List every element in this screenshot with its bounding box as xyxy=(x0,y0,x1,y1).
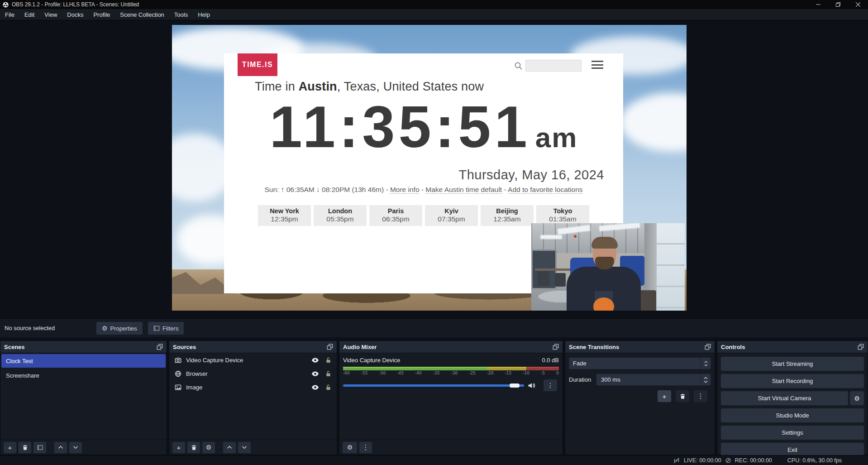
chevron-down-icon xyxy=(704,380,708,383)
mixer-channel-menu-button[interactable]: ⋮ xyxy=(544,379,557,391)
mixer-toolbar: ⚙ ⋮ xyxy=(339,440,563,455)
menu-tools[interactable]: Tools xyxy=(169,9,193,20)
start-recording-button[interactable]: Start Recording xyxy=(721,374,864,388)
popout-icon[interactable] xyxy=(327,344,333,350)
lock-open-icon[interactable] xyxy=(325,384,331,391)
trash-icon xyxy=(191,445,197,451)
studio-mode-button[interactable]: Studio Mode xyxy=(721,408,864,422)
trash-icon xyxy=(680,393,686,399)
filters-button[interactable]: Filters xyxy=(148,322,184,335)
settings-button[interactable]: Settings xyxy=(721,426,864,440)
source-properties-button[interactable]: ⚙ xyxy=(202,442,215,453)
chevron-down-icon xyxy=(242,445,247,450)
menu-edit[interactable]: Edit xyxy=(19,9,39,20)
popout-icon[interactable] xyxy=(705,344,711,350)
timeis-heading: Time in Austin, Texas, United States now xyxy=(255,80,484,94)
lock-open-icon[interactable] xyxy=(325,357,331,364)
meter-scale: -60-55-50-45-40-35-30-25-20-15-10-50 xyxy=(343,371,559,375)
start-streaming-button[interactable]: Start Streaming xyxy=(721,357,864,371)
speaker-icon[interactable] xyxy=(528,382,535,389)
menu-view[interactable]: View xyxy=(39,9,62,20)
webcam-overlay[interactable] xyxy=(531,223,685,311)
controls-title: Controls xyxy=(721,344,745,350)
move-source-down-button[interactable] xyxy=(238,442,251,453)
move-scene-up-button[interactable] xyxy=(54,442,67,453)
virtual-camera-config-button[interactable]: ⚙ xyxy=(850,391,864,405)
popout-icon[interactable] xyxy=(157,344,163,350)
menu-profile[interactable]: Profile xyxy=(88,9,115,20)
timeis-logo: TIME.IS xyxy=(238,53,277,76)
chevron-up-icon xyxy=(704,377,708,379)
meridiem: am xyxy=(535,122,578,153)
cpu-fps-stats: CPU: 0.6%, 30.00 fps xyxy=(787,457,842,464)
record-inactive-icon xyxy=(725,457,731,464)
minimize-button[interactable] xyxy=(808,0,828,9)
current-time: 11:35:51 xyxy=(270,94,531,160)
properties-button[interactable]: ⚙ Properties xyxy=(96,322,143,335)
transition-menu-button[interactable]: ⋮ xyxy=(694,390,707,402)
popout-icon[interactable] xyxy=(858,344,864,350)
close-button[interactable] xyxy=(848,0,868,9)
city-tile: Paris 06:35pm xyxy=(369,205,422,226)
timeis-search xyxy=(514,60,582,72)
menu-docks[interactable]: Docks xyxy=(62,9,88,20)
city-tile: Kyiv 07:35pm xyxy=(425,205,478,226)
menu-scene-collection[interactable]: Scene Collection xyxy=(115,9,169,20)
duration-input[interactable]: 300 ms xyxy=(596,374,711,386)
gear-icon: ⚙ xyxy=(854,395,860,402)
source-row-video-capture[interactable]: Video Capture Device xyxy=(169,353,337,367)
controls-panel: Controls Start Streaming Start Recording… xyxy=(717,340,868,455)
menu-help[interactable]: Help xyxy=(193,9,215,20)
live-timer: LIVE: 00:00:00 xyxy=(684,457,721,464)
advanced-audio-button[interactable]: ⚙ xyxy=(343,442,357,453)
duration-label: Duration xyxy=(569,376,592,383)
transition-select[interactable]: Fade xyxy=(569,357,711,369)
source-row-image[interactable]: Image xyxy=(169,380,337,394)
sources-title: Sources xyxy=(173,344,196,350)
mixer-channel-name: Video Capture Device xyxy=(343,357,400,364)
scene-item-screenshare[interactable]: Screenshare xyxy=(1,369,166,382)
cloud xyxy=(620,93,687,152)
sources-panel: Sources Video Capture Device xyxy=(169,340,337,455)
scenes-title: Scenes xyxy=(4,344,25,350)
scene-item-clock-test[interactable]: Clock Test xyxy=(1,354,166,368)
transition-select-arrows[interactable] xyxy=(701,358,711,369)
obs-logo-icon xyxy=(3,2,9,8)
obs-window: OBS 29.1.2 - Profile: LLHLS BETA - Scene… xyxy=(0,0,868,465)
move-source-up-button[interactable] xyxy=(223,442,236,453)
popout-icon[interactable] xyxy=(553,344,559,350)
visibility-eye-icon[interactable] xyxy=(311,370,319,378)
add-source-button[interactable]: + xyxy=(172,442,185,453)
lock-open-icon[interactable] xyxy=(325,370,331,377)
remove-source-button[interactable] xyxy=(187,442,200,453)
source-row-browser[interactable]: Browser xyxy=(169,367,337,380)
start-virtual-camera-button[interactable]: Start Virtual Camera xyxy=(721,391,848,405)
mixer-menu-button[interactable]: ⋮ xyxy=(359,442,372,453)
restore-button[interactable] xyxy=(828,0,848,9)
scene-filters-button[interactable] xyxy=(33,442,46,453)
volume-meter xyxy=(343,367,559,370)
more-info-link: More info xyxy=(390,186,420,194)
menu-file[interactable]: File xyxy=(0,9,19,20)
scenes-panel: Scenes Clock Test Screenshare + xyxy=(0,340,167,455)
volume-slider-handle[interactable] xyxy=(510,384,520,388)
add-favorite-link: Add to favorite locations xyxy=(508,186,582,194)
audio-mixer-panel: Audio Mixer Video Capture Device 0.0 dB … xyxy=(339,340,563,455)
visibility-eye-icon[interactable] xyxy=(311,384,319,391)
add-transition-button[interactable]: + xyxy=(658,390,671,402)
gear-icon: ⚙ xyxy=(102,325,108,331)
rec-timer: REC: 00:00:00 xyxy=(735,457,772,464)
preview-canvas[interactable]: TIME.IS Time in Austin, Texas, United St… xyxy=(172,25,687,311)
status-bar: LIVE: 00:00:00 REC: 00:00:00 CPU: 0.6%, … xyxy=(0,455,868,465)
timeis-clock: 11:35:51am xyxy=(224,95,623,158)
remove-transition-button[interactable] xyxy=(676,390,689,402)
add-scene-button[interactable]: + xyxy=(4,442,16,453)
volume-slider[interactable] xyxy=(343,384,524,387)
remove-scene-button[interactable] xyxy=(19,442,31,453)
chevron-up-icon xyxy=(58,445,63,450)
audio-mixer-title: Audio Mixer xyxy=(343,344,377,350)
move-scene-down-button[interactable] xyxy=(69,442,82,453)
duration-spinner[interactable] xyxy=(701,374,711,385)
source-toolbar: No source selected ⚙ Properties Filters xyxy=(0,318,868,337)
visibility-eye-icon[interactable] xyxy=(311,356,319,364)
